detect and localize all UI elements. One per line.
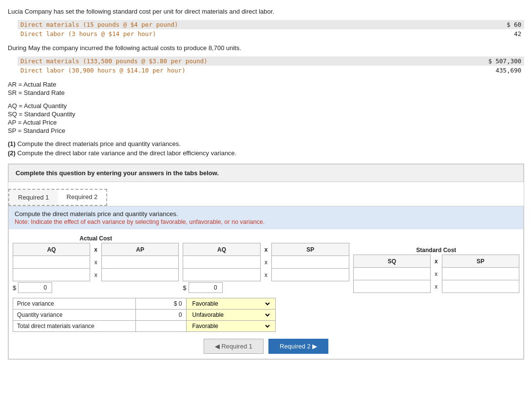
- next-button[interactable]: Required 2 ▶: [268, 339, 328, 354]
- actual-total-value: 0: [18, 282, 52, 293]
- std-sq-input2[interactable]: [353, 280, 430, 293]
- actual-ap-input2[interactable]: [102, 269, 179, 281]
- middle-total-row: $ 0: [183, 282, 349, 293]
- middle-sp-header: SP: [272, 243, 349, 256]
- quantity-variance-amount: 0: [136, 310, 186, 321]
- variance-table: Price variance $ 0 Favorable Unfavorable…: [13, 298, 276, 332]
- actual-cost-section: Actual Cost AQ x AP x: [13, 235, 179, 293]
- actual-ap-header: AP: [102, 243, 179, 256]
- middle-aq-header: AQ: [183, 243, 260, 256]
- intro-paragraph1: Lucia Company has set the following stan…: [8, 8, 524, 15]
- middle-sp-input2[interactable]: [272, 269, 349, 281]
- standard-cost-row-2: Direct labor (3 hours @ $14 per hour) 42: [18, 29, 524, 38]
- actual-cost-row-1: Direct materials (133,500 pounds @ $3.80…: [18, 56, 524, 66]
- standard-cost-table: SQ x SP x x: [353, 255, 519, 293]
- actual-aq-header: AQ: [13, 243, 90, 256]
- price-variance-amount: $ 0: [136, 298, 186, 310]
- instruction-2: (2) Compute the direct labor rate varian…: [8, 149, 524, 157]
- abbrev-ap: AP = Actual Price: [8, 119, 524, 126]
- tab-description: Compute the direct materials price and q…: [9, 206, 523, 229]
- abbrev-aq: AQ = Actual Quantity: [8, 102, 524, 110]
- standard-cost-row-1: Direct materials (15 pounds @ $4 per pou…: [18, 20, 524, 29]
- std-sp-input2[interactable]: [442, 280, 519, 293]
- actual-aq-input[interactable]: [13, 256, 90, 269]
- quantity-variance-dropdown[interactable]: Favorable Unfavorable No variance: [186, 310, 276, 321]
- middle-table: AQ x SP x x: [183, 243, 349, 281]
- std-sq-header: SQ: [353, 255, 430, 268]
- tabs-container: Required 1 Required 2: [8, 189, 107, 206]
- abbrev-sr: SR = Standard Rate: [8, 89, 524, 96]
- abbrev-ar: AR = Actual Rate: [8, 81, 524, 88]
- price-variance-label: Price variance: [13, 298, 136, 310]
- price-variance-dropdown[interactable]: Favorable Unfavorable No variance: [186, 298, 276, 310]
- quantity-variance-label: Quantity variance: [13, 310, 136, 321]
- standard-cost-section: Standard Cost SQ x SP x: [353, 247, 519, 293]
- middle-total-value: 0: [189, 282, 223, 293]
- middle-aq-input[interactable]: [183, 256, 260, 269]
- instruction-1: (1) Compute the direct materials price a…: [8, 140, 524, 147]
- std-sp-header: SP: [442, 255, 519, 268]
- tab-note: Note: Indicate the effect of each varian…: [15, 219, 517, 225]
- total-variance-dropdown[interactable]: Favorable Unfavorable No variance: [186, 321, 276, 332]
- std-sq-input[interactable]: [353, 268, 430, 280]
- tab-required2[interactable]: Required 2: [58, 190, 107, 205]
- price-variance-row: Price variance $ 0 Favorable Unfavorable…: [13, 298, 276, 310]
- middle-sp-input[interactable]: [272, 256, 349, 269]
- total-variance-label: Total direct materials variance: [13, 321, 136, 332]
- actual-aq-input2[interactable]: [13, 269, 90, 281]
- middle-aq-input2[interactable]: [183, 269, 260, 281]
- tab-required1[interactable]: Required 1: [9, 190, 58, 205]
- middle-section: AQ x SP x x: [183, 234, 349, 293]
- std-sp-input[interactable]: [442, 268, 519, 280]
- total-variance-amount: [136, 321, 186, 332]
- total-variance-row: Total direct materials variance Favorabl…: [13, 321, 276, 332]
- actual-cost-row-2: Direct labor (30,900 hours @ $14.10 per …: [18, 66, 524, 75]
- abbrev-sq: SQ = Standard Quantity: [8, 110, 524, 118]
- complete-box: Complete this question by entering your …: [8, 164, 524, 182]
- prev-button[interactable]: ◀ Required 1: [204, 339, 264, 354]
- actual-total-row: $ 0: [13, 282, 179, 293]
- intro-paragraph2: During May the company incurred the foll…: [8, 44, 524, 52]
- actual-cost-table: AQ x AP x x: [13, 243, 179, 281]
- abbrev-sp: SP = Standard Price: [8, 127, 524, 134]
- actual-ap-input[interactable]: [102, 256, 179, 269]
- quantity-variance-row: Quantity variance 0 Favorable Unfavorabl…: [13, 310, 276, 321]
- nav-buttons: ◀ Required 1 Required 2 ▶: [13, 339, 519, 354]
